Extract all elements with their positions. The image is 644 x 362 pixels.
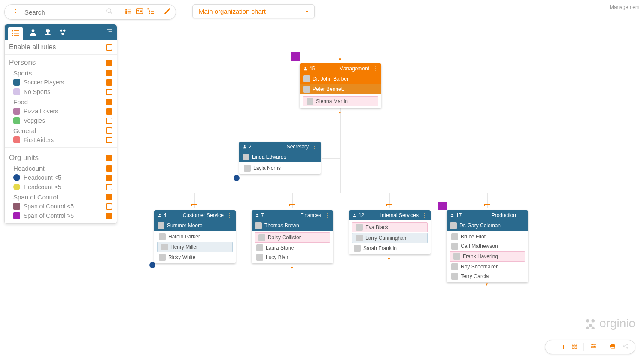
card-secretary[interactable]: 2 Secretary⋮ Linda Edwards Layla Norris xyxy=(239,142,321,174)
card-internal-services[interactable]: 12 Internal Services⋮ Eva Black Larry Cu… xyxy=(349,210,431,254)
card-more-icon[interactable]: ⋮ xyxy=(227,212,232,218)
person-row[interactable]: Bruce Eliot xyxy=(448,232,527,241)
svg-point-63 xyxy=(623,345,624,347)
svg-rect-52 xyxy=(572,347,574,348)
person-row[interactable]: Terry Garcia xyxy=(448,272,527,281)
person-row[interactable]: Carl Mathewson xyxy=(448,241,527,251)
expand-caret-icon[interactable]: ▾ xyxy=(291,265,293,271)
person-row[interactable]: Harold Parker xyxy=(155,232,234,241)
svg-point-47 xyxy=(586,319,589,323)
avatar xyxy=(451,263,458,270)
avatar xyxy=(255,222,262,229)
card-customer-service[interactable]: 4 Customer Service⋮ Summer Moore Harold … xyxy=(154,210,236,263)
person-row[interactable]: Layla Norris xyxy=(240,163,319,173)
svg-point-64 xyxy=(626,344,628,345)
person-row[interactable]: Eva Black xyxy=(352,222,428,232)
app-logo: orginio xyxy=(584,317,635,330)
person-row[interactable]: Henry Miller xyxy=(157,242,233,252)
parent-caret-icon[interactable]: ▴ xyxy=(339,55,341,61)
svg-point-41 xyxy=(304,67,306,69)
avatar xyxy=(303,86,310,93)
person-row[interactable]: Daisy Collister xyxy=(255,232,330,243)
person-row[interactable]: Roy Shoemaker xyxy=(448,262,527,272)
hc-marker xyxy=(234,175,240,181)
card-more-icon[interactable]: ⋮ xyxy=(519,212,525,218)
card-head: 17 Production⋮ xyxy=(447,210,528,220)
settings-icon[interactable] xyxy=(590,343,597,351)
lead-row[interactable]: Summer Moore xyxy=(154,220,236,231)
card-hinge xyxy=(191,204,197,206)
zoom-toolbar: − + xyxy=(545,340,635,354)
svg-point-43 xyxy=(159,214,160,215)
card-head: 2 Secretary⋮ xyxy=(239,142,321,152)
person-row[interactable]: Laura Stone xyxy=(253,243,332,253)
svg-point-55 xyxy=(592,344,593,345)
svg-point-44 xyxy=(256,214,258,215)
fit-icon[interactable] xyxy=(571,343,577,351)
person-row[interactable]: Ricky White xyxy=(155,253,234,262)
svg-line-67 xyxy=(624,347,626,348)
card-more-icon[interactable]: ⋮ xyxy=(312,144,317,150)
avatar xyxy=(354,245,361,252)
zoom-out-icon[interactable]: − xyxy=(551,343,555,351)
avatar xyxy=(243,154,249,160)
svg-point-57 xyxy=(594,346,595,347)
expand-caret-icon[interactable]: ▾ xyxy=(339,110,341,115)
expand-caret-icon[interactable]: ▾ xyxy=(388,256,390,262)
divider xyxy=(583,343,584,351)
card-hinge xyxy=(289,204,295,206)
avatar xyxy=(450,222,457,229)
svg-rect-50 xyxy=(572,344,574,346)
lead-row[interactable]: Dr. John Barber xyxy=(300,74,381,84)
lead-row[interactable]: Dr. Gary Coleman xyxy=(447,220,528,231)
avatar xyxy=(159,254,166,261)
connectors xyxy=(0,0,644,362)
avatar xyxy=(453,253,460,260)
zoom-in-icon[interactable]: + xyxy=(562,343,565,351)
card-production[interactable]: 17 Production⋮ Dr. Gary Coleman Bruce El… xyxy=(447,210,528,282)
card-finances[interactable]: 7 Finances⋮ Thomas Brown Daisy Collister… xyxy=(252,210,333,263)
card-more-icon[interactable]: ⋮ xyxy=(373,66,378,72)
card-hinge xyxy=(484,204,490,206)
card-head: 12 Internal Services⋮ xyxy=(349,210,431,220)
avatar xyxy=(159,233,166,240)
person-row[interactable]: Sarah Franklin xyxy=(350,244,429,253)
person-row[interactable]: Frank Havering xyxy=(450,251,525,262)
span-marker xyxy=(438,202,447,210)
avatar xyxy=(244,165,251,172)
avatar xyxy=(258,234,265,241)
avatar xyxy=(451,243,458,250)
avatar xyxy=(451,233,458,240)
svg-rect-60 xyxy=(611,344,614,345)
avatar xyxy=(451,273,458,280)
card-more-icon[interactable]: ⋮ xyxy=(325,212,330,218)
lead-row[interactable]: Linda Edwards xyxy=(239,152,321,162)
card-head: 45 Management⋮ xyxy=(300,63,381,74)
divider xyxy=(603,343,603,351)
person-row[interactable]: Sienna Martin xyxy=(303,96,378,106)
svg-rect-53 xyxy=(575,347,577,348)
avatar xyxy=(307,98,313,105)
svg-rect-51 xyxy=(575,344,577,346)
svg-rect-62 xyxy=(611,347,614,349)
svg-point-65 xyxy=(626,347,628,348)
card-management[interactable]: 45 Management⋮ Dr. John Barber Peter Ben… xyxy=(300,63,381,108)
span-marker xyxy=(291,52,300,61)
print-icon[interactable] xyxy=(609,343,616,351)
avatar xyxy=(303,75,310,82)
expand-caret-icon[interactable]: ▾ xyxy=(486,281,488,287)
avatar xyxy=(158,222,164,229)
person-row[interactable]: Lucy Blair xyxy=(253,253,332,262)
svg-point-49 xyxy=(589,324,592,327)
card-head: 7 Finances⋮ xyxy=(252,210,333,220)
svg-point-45 xyxy=(354,214,355,215)
person-row[interactable]: Larry Cunningham xyxy=(352,233,428,243)
svg-point-59 xyxy=(591,347,592,349)
card-more-icon[interactable]: ⋮ xyxy=(422,212,427,218)
share-icon[interactable] xyxy=(622,343,629,351)
svg-line-66 xyxy=(624,345,626,346)
lead-row[interactable]: Peter Bennett xyxy=(300,84,381,94)
avatar xyxy=(161,244,168,250)
lead-row[interactable]: Thomas Brown xyxy=(252,220,333,231)
avatar xyxy=(356,224,363,231)
